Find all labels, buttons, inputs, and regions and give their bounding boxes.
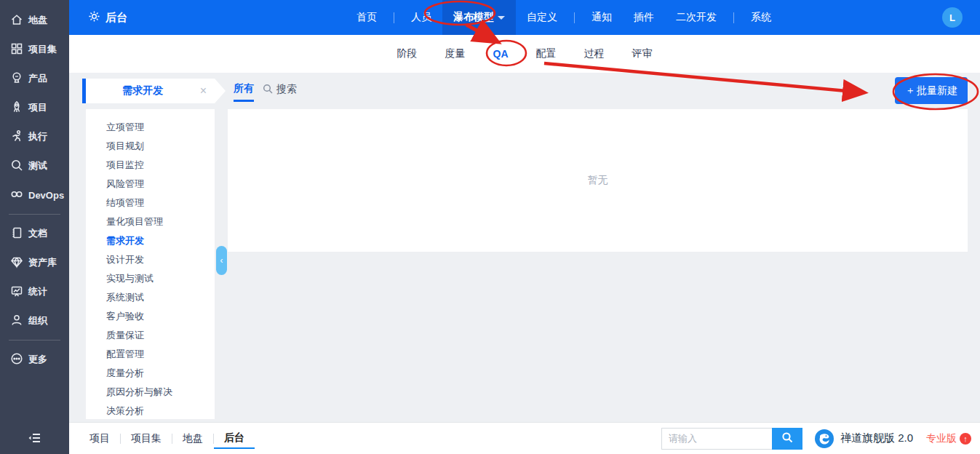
nav-plugin[interactable]: 插件 [623,0,665,35]
nav-divider [574,12,575,23]
sidebar-item-label: 测试 [28,159,47,172]
nav-divider [394,12,394,23]
sidebar-item-label: 项目 [28,101,47,114]
nav-home[interactable]: 首页 [346,0,388,35]
close-icon[interactable]: × [200,84,207,97]
panel-title: 需求开发 [86,84,200,97]
empty-state-text: 暂无 [588,174,608,187]
list-item[interactable]: 结项管理 [106,194,215,212]
subnav-config[interactable]: 配置 [527,43,565,65]
list-item[interactable]: 量化项目管理 [106,212,215,231]
sidebar-item-label: 文档 [28,227,47,240]
bottom-tab-program[interactable]: 项目集 [121,429,172,448]
sidebar-item-stats[interactable]: 统计 [0,277,69,306]
bulk-create-button[interactable]: ＋ 批量新建 [895,77,968,104]
content-panel: 暂无 [228,109,968,252]
subnav-measure[interactable]: 度量 [437,43,474,65]
sidebar-item-org[interactable]: 组织 [0,306,69,335]
search-icon [263,84,273,96]
search-button[interactable] [772,428,802,450]
sidebar-item-more[interactable]: 更多 [0,345,69,374]
nav-waterfall-model[interactable]: 瀑布模型 [442,0,516,35]
subnav-stage[interactable]: 阶段 [389,43,426,65]
list-item[interactable]: 原因分析与解决 [106,383,215,402]
list-item-active[interactable]: 需求开发 [106,231,215,250]
global-search [661,428,802,450]
plus-icon: ＋ [905,84,915,97]
bottom-tab-dashboard[interactable]: 地盘 [172,429,213,448]
subnav-process[interactable]: 过程 [575,43,613,65]
search-input[interactable] [661,428,772,450]
sidebar-item-label: 产品 [28,72,47,85]
magnifier-icon [10,159,23,174]
sidebar-item-project[interactable]: 项目 [0,93,69,122]
sidebar-item-devops[interactable]: DevOps [0,180,69,210]
sidebar-item-label: 执行 [28,130,47,143]
list-item[interactable]: 项目监控 [106,156,215,175]
main-area: 需求开发 × 所有 搜索 ＋ 批量新建 立项管理 项目规划 项目监控 风险管理 … [69,73,980,422]
sidebar-item-label: 更多 [28,353,47,366]
panel-title-tab[interactable]: 需求开发 × [82,79,226,103]
diamond-icon [10,255,23,271]
panel-collapse-handle[interactable]: ‹ [216,246,227,275]
sidebar-item-program[interactable]: 项目集 [0,35,69,64]
sidebar-item-test[interactable]: 测试 [0,151,69,180]
bottom-tab-admin[interactable]: 后台 [214,429,255,449]
list-item[interactable]: 质量保证 [106,326,215,345]
process-list-panel: 立项管理 项目规划 项目监控 风险管理 结项管理 量化项目管理 需求开发 设计开… [86,109,215,419]
collapse-sidebar-icon[interactable] [0,428,69,448]
sidebar-item-dashboard[interactable]: 地盘 [0,6,69,35]
home-icon [10,13,23,28]
bottom-tab-project[interactable]: 项目 [79,429,120,448]
sidebar-item-label: 地盘 [28,14,47,27]
subnav-qa[interactable]: QA [485,44,517,64]
rocket-icon [10,100,23,116]
sidebar-item-label: DevOps [28,190,64,201]
avatar[interactable]: L [942,7,963,28]
nav-custom[interactable]: 自定义 [516,0,568,35]
upgrade-badge-icon[interactable]: ↑ [960,433,971,445]
runner-icon [10,130,23,145]
sidebar-divider [9,340,60,340]
toolbar-search[interactable]: 搜索 [263,83,297,96]
list-item[interactable]: 决策分析 [106,402,215,419]
sidebar-item-doc[interactable]: 文档 [0,219,69,248]
nav-staff[interactable]: 人员 [400,0,442,35]
product-icon [10,71,23,87]
sidebar-item-assets[interactable]: 资产库 [0,248,69,277]
brand-name: 禅道旗舰版 2.0 [840,431,913,445]
list-item[interactable]: 度量分析 [106,364,215,383]
topbar: 后台 首页 人员 瀑布模型 自定义 通知 插件 二次开发 系统 L [69,0,980,35]
sidebar-item-execution[interactable]: 执行 [0,122,69,151]
subnav-review[interactable]: 评审 [624,43,661,65]
admin-brand[interactable]: 后台 [88,10,127,25]
sidebar-item-product[interactable]: 产品 [0,64,69,93]
sidebar-divider [9,214,60,215]
list-item[interactable]: 设计开发 [106,250,215,269]
nav-system[interactable]: 系统 [740,0,782,35]
grid-icon [10,42,23,57]
edition-link[interactable]: 专业版 [926,432,957,445]
sidebar-item-label: 资产库 [28,256,57,269]
sidebar: 地盘 项目集 产品 项目 执行 测试 DevOps 文档 资产库 统计 组织 [0,0,69,454]
list-item[interactable]: 配置管理 [106,345,215,364]
nav-dev[interactable]: 二次开发 [665,0,728,35]
list-item[interactable]: 立项管理 [106,118,215,137]
list-item[interactable]: 客户验收 [106,307,215,326]
nav-notice[interactable]: 通知 [581,0,623,35]
bottombar-right: 禅道旗舰版 2.0 专业版 ↑ [661,428,971,450]
zentao-logo-icon[interactable] [814,429,834,449]
list-item[interactable]: 系统测试 [106,288,215,307]
list-item[interactable]: 风险管理 [106,175,215,194]
list-item[interactable]: 实现与测试 [106,269,215,288]
sidebar-item-label: 组织 [28,314,47,327]
bottombar: 项目 项目集 地盘 后台 禅道旗舰版 2.0 专业版 ↑ [69,422,980,454]
more-icon [10,352,23,367]
tab-all[interactable]: 所有 [234,82,254,102]
infinity-icon [10,188,23,203]
chevron-down-icon [498,16,505,20]
nav-divider [733,12,734,23]
chart-board-icon [10,284,23,300]
gear-icon [88,10,100,25]
list-item[interactable]: 项目规划 [106,137,215,156]
